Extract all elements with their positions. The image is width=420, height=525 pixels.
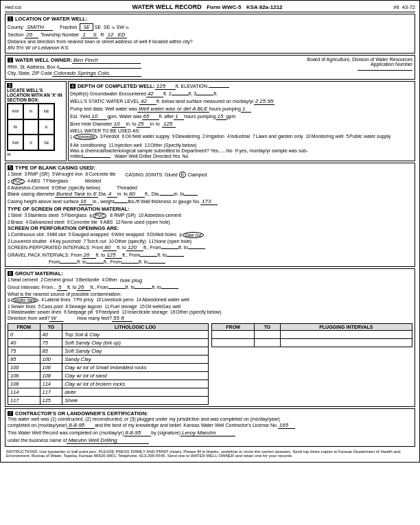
gravel-to3: [86, 263, 104, 264]
range-label: R: [100, 32, 104, 37]
grout-options: 1Neat cement 2Cement grout 3Bentonite 4O…: [8, 277, 412, 283]
log-row: 106108Clay w/ lot of sand: [8, 372, 209, 380]
range-dir: ED: [116, 32, 126, 38]
est-yield-value: 10: [90, 113, 107, 120]
fraction-mid: SE: [104, 25, 110, 30]
screen-to-value: 120: [126, 244, 143, 251]
app-num-label: Application Number: [279, 62, 412, 67]
log-row: 4075Soft Sandy Clay (brk up): [8, 339, 209, 347]
litholog-table: FROM TO LITHOLOGIC LOG 040Top Soil & Cla…: [8, 323, 209, 405]
gravel-to4: [148, 263, 165, 264]
lbs-ft-value: 173: [200, 198, 218, 205]
grout-from-value: 5: [57, 284, 67, 291]
section-casing: 5 TYPE OF BLANK CASING USED: 1Steel 3RMP…: [5, 163, 415, 267]
section-num-2: 2: [8, 58, 13, 62]
plug-header: PLUGGING INTERVALS: [280, 324, 412, 331]
signature-value: Leroy Maruhn: [180, 430, 235, 436]
section-depth: 4 DEPTH OF COMPLETED WELL: 125 ft. ELEVA…: [68, 81, 415, 161]
static-water-value: 42: [139, 98, 156, 105]
distance-label: Distance and direction from nearest town…: [8, 39, 193, 44]
fraction-bot: SW: [116, 25, 124, 30]
grout-to2-value: [135, 288, 152, 289]
log-row: 100106Clay w/ lot of Small Imbedded rock…: [8, 364, 209, 372]
completed-date2: 8-8-95: [124, 430, 151, 436]
section-num-1: 1: [8, 16, 13, 21]
gpm1-value: 15: [216, 113, 226, 120]
location-label: LOCATION OF WATER WELL:: [15, 16, 88, 22]
domestic-option: Domestic: [73, 134, 97, 140]
well-use-options: 1Domestic 3Feedlot 6Oil field water supp…: [70, 134, 413, 148]
section-num-4: 4: [70, 84, 75, 89]
plug-from-header: FROM: [212, 324, 255, 331]
address-label: RR#, St. Address, Box #: [8, 65, 59, 69]
contractor-value: Maruhn Well Drilling: [67, 437, 149, 444]
owner-label: WATER WELL OWNER:: [15, 57, 72, 63]
owner-name: Ben Finch: [72, 57, 141, 64]
gravel-from3: [60, 263, 77, 264]
cert-text: This water well was (1) constructed, (2)…: [8, 417, 280, 421]
distance-value: 8N 5½ W of Lebanon KS: [8, 45, 69, 51]
casing-height-value: 16: [79, 198, 93, 205]
sawcut-option: Saw cut: [183, 232, 204, 238]
section-grout-log: 6 GROUT MATERIAL: 1Neat cement 2Cement g…: [5, 268, 415, 407]
measured-date: 2 25 95: [254, 98, 275, 105]
weight-value: [114, 202, 128, 203]
city-value: Colorado Springs Colo.: [52, 70, 141, 77]
contamination-label: What is the nearest source of possible c…: [8, 292, 121, 296]
water-was-value: 65: [142, 113, 159, 120]
log-from-header: FROM: [8, 324, 40, 331]
gw3-value: [196, 95, 213, 95]
litholog-section: FROM TO LITHOLOGIC LOG 040Top Soil & Cla…: [8, 323, 209, 405]
owner-right: Board of Agriculture, Division of Water …: [279, 57, 412, 78]
contamination-options: 9Septic tank 4Lateral lines 7Pit privy 1…: [8, 297, 412, 303]
water-well-record-form: Hed cui WATER WELL RECORD Form WWC-5 KSA…: [0, 0, 420, 463]
grout-to3-value: [161, 288, 178, 289]
gravel-from4: [121, 263, 139, 264]
log-to-header: TO: [40, 324, 62, 331]
log-row: 108114Clay w/ lot of broken rocks: [8, 380, 209, 388]
plug-row-empty2: [212, 339, 412, 347]
header-right: #6 43-72: [393, 4, 415, 10]
gravel-from2-value: [140, 256, 157, 257]
county-label: County:: [8, 25, 24, 30]
range-num: 12: [106, 32, 116, 38]
pvc-screen: PVC: [93, 213, 106, 219]
blank-dia2-value: [160, 195, 174, 196]
blank-in-value: 4: [107, 191, 117, 198]
plug-table-body: [212, 331, 412, 347]
gravel-from-value: 26: [82, 252, 96, 259]
log-row: 117125Shele: [8, 397, 209, 405]
instructions-text: INSTRUCTIONS: Use typewriter or ball poi…: [6, 450, 400, 458]
sample-date: [83, 157, 110, 158]
section-location: 1 LOCATION OF WATER WELL: County: SMITH …: [5, 14, 415, 54]
header-left: Hed cui: [5, 5, 21, 10]
plugging-table: FROM TO PLUGGING INTERVALS: [211, 323, 412, 347]
location-left: 1 LOCATION OF WATER WELL: County: SMITH …: [8, 16, 412, 51]
address-value: [59, 68, 141, 69]
license-no-value: 165: [278, 422, 295, 429]
how-many-feet-value: 55 ft: [112, 315, 132, 322]
county-value: SMITH: [25, 24, 53, 31]
city-label: City, State, ZIP Code: [8, 71, 52, 75]
section-num-3: 3: [7, 83, 12, 88]
log-row: 040Top Soil & Clay: [8, 331, 209, 339]
to1-value: 25: [137, 121, 150, 128]
signature-label: by (signature): [151, 430, 180, 435]
log-row: 114117delte: [8, 388, 209, 397]
log-area: FROM TO LITHOLOGIC LOG 040Top Soil & Cla…: [8, 323, 412, 405]
plugging-section: FROM TO PLUGGING INTERVALS: [211, 323, 412, 405]
screen-from2-value: [161, 248, 178, 249]
screen-to2-value: [188, 248, 205, 249]
section-num-6: 6: [8, 271, 13, 276]
gravel-to-value: 125: [105, 252, 122, 259]
plug-row-empty: [212, 331, 412, 339]
record-label: This Water Well Record was completed on …: [8, 430, 124, 435]
gravel-to2-value: [167, 256, 184, 257]
to2-value: 125: [162, 121, 176, 128]
pump-test-value: Well water was or det A BLE: [137, 106, 209, 113]
plug-to-header: TO: [255, 324, 280, 331]
fraction-label: Fraction: [60, 25, 77, 30]
owner-left: 2 WATER WELL OWNER: Ben Finch RR#, St. A…: [8, 57, 276, 78]
pvc-option: PVC: [11, 178, 25, 185]
elevation-value: [209, 87, 229, 88]
